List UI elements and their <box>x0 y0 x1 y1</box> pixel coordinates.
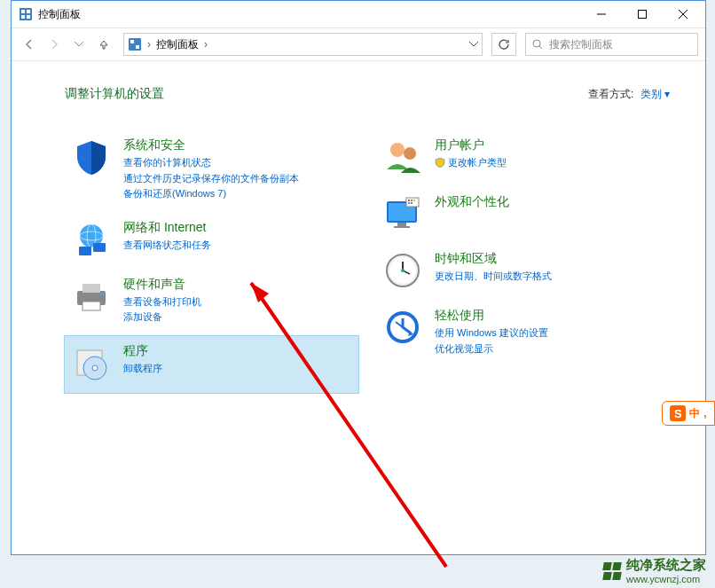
category-title[interactable]: 程序 <box>123 343 351 359</box>
category-hardware-sound[interactable]: 硬件和声音 查看设备和打印机 添加设备 <box>65 270 358 336</box>
svg-rect-10 <box>130 40 134 43</box>
printer-icon <box>72 277 111 316</box>
category-system-security[interactable]: 系统和安全 查看你的计算机状态 通过文件历史记录保存你的文件备份副本 备份和还原… <box>65 130 358 213</box>
ime-label: 中 <box>689 406 700 421</box>
page-heading: 调整计算机的设置 <box>65 86 588 102</box>
category-sub[interactable]: 卸载程序 <box>123 361 351 377</box>
category-sub[interactable]: 使用 Windows 建议的设置 <box>435 325 663 341</box>
svg-point-42 <box>401 269 405 272</box>
globe-icon <box>72 220 111 259</box>
svg-rect-18 <box>93 243 106 252</box>
search-icon <box>531 38 544 51</box>
forward-button[interactable] <box>43 34 65 55</box>
breadcrumb-sep: › <box>147 38 151 51</box>
refresh-button[interactable] <box>491 33 516 56</box>
view-by: 查看方式: 类别 ▾ <box>588 87 670 102</box>
minimize-button[interactable] <box>581 1 622 27</box>
close-button[interactable] <box>663 1 703 27</box>
watermark: 纯净系统之家 www.ycwnzj.com <box>603 557 706 584</box>
address-dropdown-icon[interactable] <box>469 42 478 47</box>
control-panel-window: 控制面板 › 控制面板 › 搜索控制面板 调整计算机的设置 查看方式: 类别 ▾ <box>11 0 706 555</box>
category-sub[interactable]: 优化视觉显示 <box>435 341 663 357</box>
category-title[interactable]: 硬件和声音 <box>123 277 351 293</box>
clock-icon <box>383 251 422 290</box>
shield-icon <box>72 137 111 176</box>
search-placeholder: 搜索控制面板 <box>549 37 613 52</box>
svg-rect-17 <box>79 247 91 255</box>
svg-point-22 <box>100 293 104 296</box>
category-sub[interactable]: 更改帐户类型 <box>435 155 663 171</box>
watermark-url: www.ycwnzj.com <box>626 574 706 584</box>
breadcrumb-item[interactable]: 控制面板 <box>156 37 199 52</box>
svg-rect-11 <box>136 45 139 49</box>
recent-dropdown[interactable] <box>68 34 90 55</box>
category-clock-region[interactable]: 时钟和区域 更改日期、时间或数字格式 <box>376 244 670 301</box>
category-user-accounts[interactable]: 用户帐户 更改帐户类型 <box>376 130 670 187</box>
titlebar: 控制面板 <box>12 1 705 27</box>
address-bar[interactable]: › 控制面板 › <box>123 33 483 56</box>
navbar: › 控制面板 › 搜索控制面板 <box>12 27 705 61</box>
monitor-icon <box>383 194 422 233</box>
watermark-logo <box>603 562 621 580</box>
svg-line-13 <box>539 46 542 49</box>
svg-rect-1 <box>21 10 25 13</box>
svg-rect-33 <box>408 200 410 201</box>
sogou-icon: S <box>670 405 686 421</box>
svg-rect-6 <box>639 11 647 19</box>
up-button[interactable] <box>93 34 114 55</box>
category-sub[interactable]: 添加设备 <box>123 310 351 325</box>
category-title[interactable]: 用户帐户 <box>435 137 663 153</box>
category-appearance[interactable]: 外观和个性化 <box>376 187 670 244</box>
control-panel-icon <box>128 37 142 51</box>
svg-rect-30 <box>397 223 406 226</box>
svg-rect-31 <box>394 226 410 228</box>
svg-rect-37 <box>411 202 412 204</box>
svg-rect-34 <box>411 200 412 201</box>
view-by-dropdown[interactable]: 类别 ▾ <box>640 88 670 100</box>
svg-point-25 <box>92 365 98 371</box>
search-input[interactable]: 搜索控制面板 <box>525 33 698 56</box>
svg-rect-3 <box>21 15 25 19</box>
category-title[interactable]: 外观和个性化 <box>435 194 663 210</box>
control-panel-icon <box>19 7 33 21</box>
breadcrumb-sep: › <box>204 38 208 51</box>
users-icon <box>383 137 422 176</box>
svg-point-12 <box>533 40 540 47</box>
ease-icon <box>383 308 422 347</box>
svg-point-27 <box>404 147 416 160</box>
category-sub[interactable]: 查看网络状态和任务 <box>123 238 351 254</box>
svg-rect-4 <box>27 15 30 19</box>
svg-rect-2 <box>27 10 30 13</box>
back-button[interactable] <box>19 34 40 55</box>
svg-point-26 <box>390 143 405 157</box>
category-title[interactable]: 时钟和区域 <box>435 251 663 267</box>
category-sub[interactable]: 通过文件历史记录保存你的文件备份副本 <box>123 171 351 187</box>
right-column: 用户帐户 更改帐户类型 外观和个性化 时钟和区域 更改日期、时间或数字格式 <box>376 130 670 393</box>
svg-rect-21 <box>82 302 100 310</box>
maximize-button[interactable] <box>622 1 663 27</box>
disc-icon <box>72 343 111 382</box>
category-title[interactable]: 轻松使用 <box>435 308 663 324</box>
window-title: 控制面板 <box>38 7 581 22</box>
left-column: 系统和安全 查看你的计算机状态 通过文件历史记录保存你的文件备份副本 备份和还原… <box>65 130 358 393</box>
watermark-name: 纯净系统之家 <box>626 557 706 574</box>
category-title[interactable]: 系统和安全 <box>123 137 351 153</box>
category-programs[interactable]: 程序 卸载程序 <box>65 336 358 393</box>
svg-rect-20 <box>82 284 100 293</box>
svg-rect-36 <box>408 202 410 204</box>
view-by-label: 查看方式: <box>588 88 633 100</box>
category-sub[interactable]: 查看设备和打印机 <box>123 294 351 310</box>
category-sub[interactable]: 更改日期、时间或数字格式 <box>435 269 663 285</box>
category-sub[interactable]: 备份和还原(Windows 7) <box>123 186 351 202</box>
content-area: 调整计算机的设置 查看方式: 类别 ▾ 系统和安全 查看你的计算机状态 通过文件… <box>12 61 705 554</box>
category-sub[interactable]: 查看你的计算机状态 <box>123 155 351 171</box>
ime-badge[interactable]: S 中 , <box>662 401 715 426</box>
svg-rect-35 <box>413 200 415 201</box>
category-title[interactable]: 网络和 Internet <box>123 220 351 236</box>
category-ease-of-access[interactable]: 轻松使用 使用 Windows 建议的设置 优化视觉显示 <box>376 301 670 367</box>
category-network-internet[interactable]: 网络和 Internet 查看网络状态和任务 <box>65 213 358 270</box>
